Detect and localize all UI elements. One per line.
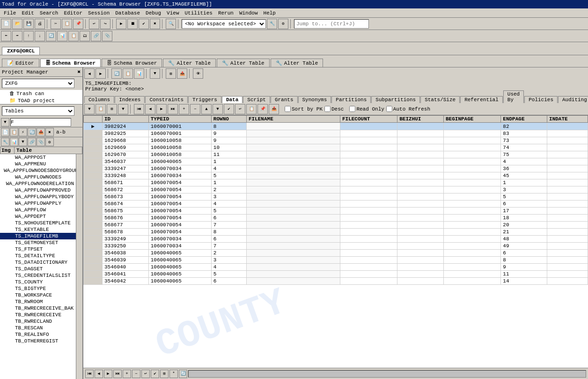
lt-btn5[interactable]: 📤: [37, 128, 45, 136]
table-item[interactable]: WA_APPFLOWAPPLYBODY: [0, 193, 82, 200]
refresh-btn[interactable]: 🔄: [111, 68, 122, 79]
table-item[interactable]: TS_NOHOUSETEMPLATE: [0, 220, 82, 226]
type-combo[interactable]: Tables: [2, 106, 74, 116]
tab-stats-size[interactable]: Stats/Size: [420, 96, 460, 103]
tab-schema-browser-1[interactable]: 🗄 Schema Browser: [40, 59, 101, 67]
tree-item-trash[interactable]: 🗑 Trash can: [0, 90, 82, 97]
toolbar-r2-btn8[interactable]: 🗂: [80, 31, 90, 41]
col-header-beginpage[interactable]: BEGINPAGE: [443, 116, 500, 123]
lt-btn2[interactable]: 📋: [10, 128, 18, 136]
table-row[interactable]: 568677 1060070054 7 20: [84, 222, 588, 229]
data-filter-btn[interactable]: ▼: [84, 104, 95, 114]
table-row[interactable]: 3546042 1060040065 6 14: [84, 278, 588, 285]
toolbar-r2-btn4[interactable]: ↓: [35, 31, 45, 41]
nav-fwd-btn[interactable]: ▶: [156, 104, 167, 114]
tab-editor[interactable]: 📝 Editor: [2, 59, 39, 67]
table-row[interactable]: 568673 1060070054 3 5: [84, 193, 588, 201]
table-item[interactable]: TS_KEYTABLE: [0, 226, 82, 233]
table-row[interactable]: ▶ 3982924 1060070001 8 82: [84, 123, 588, 130]
tab-script[interactable]: Script: [243, 96, 270, 103]
toolbar-ws-btn2[interactable]: ⚙: [278, 19, 288, 29]
schema-btn2[interactable]: 📋: [123, 68, 133, 79]
close-icon[interactable]: ✖: [77, 69, 81, 75]
table-row[interactable]: 1629668 1060010058 9 73: [84, 137, 588, 144]
tab-policies[interactable]: Policies: [524, 96, 558, 103]
commit-data-btn[interactable]: ✔: [224, 104, 234, 114]
auto-refresh-checkbox[interactable]: [386, 106, 392, 112]
toolbar-commit-btn[interactable]: ✔: [139, 19, 149, 29]
table-item[interactable]: WA_APPFLOWNODES: [0, 174, 82, 180]
grid-btn[interactable]: ⊞: [166, 68, 176, 79]
data-btn4[interactable]: ▼: [118, 104, 128, 114]
tab-grants[interactable]: Grants: [271, 96, 298, 103]
bottom-undo-btn[interactable]: ↩: [141, 370, 150, 378]
table-item[interactable]: TB_RWRECRECEIVE: [0, 312, 82, 318]
horizontal-scrollbar[interactable]: [188, 370, 586, 378]
menu-help[interactable]: Help: [261, 10, 279, 16]
schema-btn3[interactable]: 📊: [134, 68, 144, 79]
toolbar-print-btn[interactable]: 🖨: [35, 19, 45, 29]
data-copy-btn[interactable]: 📋: [246, 104, 257, 114]
tab-partitions[interactable]: Partitions: [331, 96, 371, 103]
col-header-indate[interactable]: INDATE: [547, 116, 588, 123]
filter-btn[interactable]: ▼: [1, 118, 9, 126]
nav-back-btn[interactable]: ◀: [145, 104, 155, 114]
table-item[interactable]: TS_FTPSET: [0, 246, 82, 253]
col-header-typeid[interactable]: TYPEID: [148, 116, 211, 123]
lt-btn6[interactable]: ✖: [45, 128, 54, 136]
table-row[interactable]: 568678 1060070054 8 21: [84, 229, 588, 236]
toolbar-copy-btn[interactable]: 📋: [62, 19, 72, 29]
workspace-combo[interactable]: <No Workspace selected>: [182, 19, 266, 29]
table-row[interactable]: 3546038 1060040065 2 6: [84, 250, 588, 257]
toolbar-r2-btn3[interactable]: ↑: [23, 31, 34, 41]
toolbar-save-btn[interactable]: 💾: [23, 19, 34, 29]
table-item[interactable]: WA_APPFLOW: [0, 207, 82, 213]
tab-alter-table-2[interactable]: 🔧 Alter Table: [217, 59, 270, 67]
jump-input[interactable]: [294, 19, 369, 29]
bottom-next-btn[interactable]: ▶: [104, 370, 112, 378]
desc-checkbox[interactable]: [324, 106, 331, 112]
bottom-b2[interactable]: *: [169, 370, 178, 378]
table-item[interactable]: TS_COUNTY: [0, 279, 82, 285]
toolbar-undo-btn[interactable]: ↩: [89, 19, 99, 29]
toolbar-ws-btn1[interactable]: 🔧: [267, 19, 277, 29]
nav-first-btn[interactable]: ⏮: [134, 104, 144, 114]
toolbar-paste-btn[interactable]: 📌: [73, 19, 83, 29]
data-paste-btn[interactable]: 📌: [257, 104, 268, 114]
lt2-btn4[interactable]: 🔗: [28, 138, 36, 146]
table-item[interactable]: WA_APPFLOWAPPLY: [0, 200, 82, 207]
table-item[interactable]: TS_DATADICTIONARY: [0, 259, 82, 266]
table-item[interactable]: TB_RWRECLAND: [0, 318, 82, 325]
nav-prev-btn[interactable]: ◀: [84, 68, 95, 79]
lt-btn4[interactable]: 🔄: [28, 128, 36, 136]
table-row[interactable]: 568674 1060070054 4 6: [84, 201, 588, 208]
tab-used-by[interactable]: Used By: [503, 90, 524, 103]
table-row[interactable]: 3546041 1060040065 5 11: [84, 271, 588, 278]
toolbar-schema-btn[interactable]: 🔍: [166, 19, 176, 29]
read-only-checkbox[interactable]: [349, 106, 355, 112]
table-row[interactable]: 3546040 1060040065 4 9: [84, 264, 588, 271]
bottom-add-btn[interactable]: +: [123, 370, 131, 378]
col-header-beizhui[interactable]: BEIZHUI: [397, 116, 444, 123]
lt2-btn6[interactable]: ⚙: [45, 138, 54, 146]
col-header-id[interactable]: ID: [103, 116, 149, 123]
toolbar-r2-btn5[interactable]: 🔄: [46, 31, 56, 41]
table-row[interactable]: 3339247 1060070034 4 36: [84, 165, 588, 172]
lt-btn3[interactable]: ⚡: [19, 128, 27, 136]
table-row[interactable]: 3546037 1060040065 1 4: [84, 158, 588, 165]
table-item[interactable]: WA_APPFLOWAPPROVED: [0, 187, 82, 193]
table-item[interactable]: TB_OTHERREGIST: [0, 338, 82, 344]
tab-constraints[interactable]: Constraints: [145, 96, 188, 103]
table-row[interactable]: 3339249 1060070034 6 48: [84, 236, 588, 243]
bottom-first-btn[interactable]: ⏮: [85, 370, 94, 378]
toolbar-r2-btn7[interactable]: 📋: [68, 31, 79, 41]
toolbar-rollback-btn[interactable]: ✖: [150, 19, 160, 29]
tab-indexes[interactable]: Indexes: [115, 96, 145, 103]
menu-database[interactable]: Database: [112, 10, 143, 16]
table-item[interactable]: WA_APPFLOWNODESBODYGROUP: [0, 167, 82, 174]
table-row[interactable]: 1629669 1060010058 10 74: [84, 144, 588, 151]
cancel-btn[interactable]: ▼: [213, 104, 223, 114]
menu-window[interactable]: Window: [236, 10, 261, 16]
bottom-b3[interactable]: 🔄: [179, 370, 187, 378]
lt2-btn5[interactable]: 📎: [37, 138, 45, 146]
